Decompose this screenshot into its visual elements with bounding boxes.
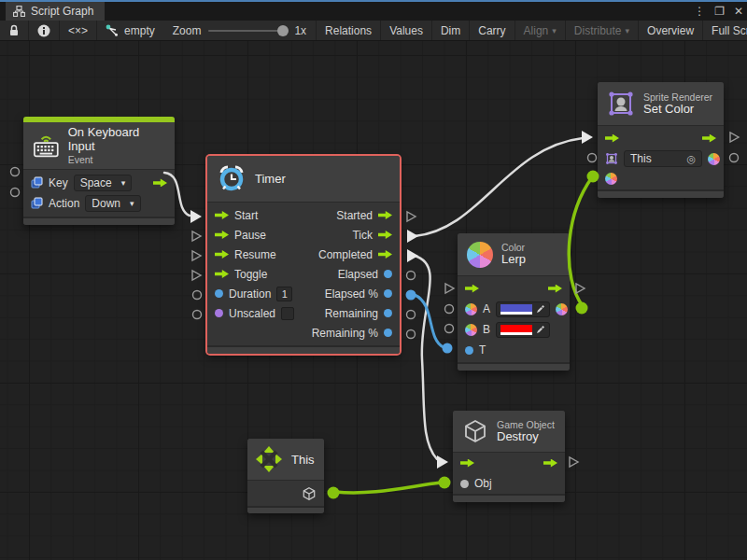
node-on-keyboard-input[interactable]: On Keyboard Input Event Key Space ▾ xyxy=(23,117,175,225)
resume-in-port[interactable] xyxy=(215,250,229,259)
flow-out-port[interactable] xyxy=(543,459,557,468)
toggle-in-port[interactable] xyxy=(215,270,229,278)
trigger-out-port[interactable] xyxy=(153,178,167,187)
port-label: Toggle xyxy=(234,268,267,281)
color-port-icon[interactable] xyxy=(465,303,477,315)
eyedropper-icon[interactable] xyxy=(536,304,545,314)
key-dropdown[interactable]: Space ▾ xyxy=(74,175,133,191)
flow-in-port[interactable] xyxy=(465,285,479,293)
t-port-label: T xyxy=(479,343,486,357)
node-title: Lerp xyxy=(501,253,526,267)
alarm-clock-icon xyxy=(217,164,247,194)
carry-button[interactable]: Carry xyxy=(470,21,514,40)
flow-in-port[interactable] xyxy=(605,134,619,143)
focus-indicator xyxy=(0,0,747,2)
keyboard-icon xyxy=(33,133,60,159)
color-out-port[interactable] xyxy=(708,153,720,165)
remaining-percent-out-port[interactable] xyxy=(384,329,392,337)
unscaled-in-port[interactable] xyxy=(215,309,223,317)
close-icon[interactable]: ✕ xyxy=(734,5,743,18)
chevron-down-icon: ▾ xyxy=(552,26,557,35)
pause-in-port[interactable] xyxy=(215,231,229,239)
chevron-down-icon: ▾ xyxy=(121,178,126,188)
result-out-port[interactable] xyxy=(556,303,568,315)
code-preview-button[interactable]: <×> xyxy=(60,21,97,40)
flow-out-port[interactable] xyxy=(548,285,562,293)
obj-in-port[interactable] xyxy=(460,480,469,488)
node-subtitle: Event xyxy=(68,154,165,165)
color-a-field[interactable] xyxy=(496,301,550,317)
zoom-slider-knob[interactable] xyxy=(277,25,289,36)
object-picker-icon[interactable]: ◎ xyxy=(686,153,696,165)
color-in-port[interactable] xyxy=(605,173,617,185)
t-in-port[interactable] xyxy=(465,346,473,355)
tick-out-port[interactable] xyxy=(378,231,392,239)
lock-icon xyxy=(8,24,20,36)
node-set-color[interactable]: Sprite Renderer Set Color This xyxy=(598,82,724,198)
duration-in-port[interactable] xyxy=(215,289,223,298)
obj-port-label: Obj xyxy=(474,477,492,490)
port-label: Unscaled xyxy=(229,307,275,320)
key-port-label: Key xyxy=(49,176,68,189)
empty-label: empty xyxy=(124,24,155,37)
duration-input[interactable] xyxy=(276,287,292,301)
dim-button[interactable]: Dim xyxy=(432,21,470,40)
node-footer xyxy=(23,217,175,225)
node-footer xyxy=(458,362,570,371)
b-port-label: B xyxy=(483,323,490,336)
completed-out-port[interactable] xyxy=(378,250,392,259)
sprite-renderer-port-icon[interactable] xyxy=(605,152,618,165)
zoom-label: Zoom xyxy=(173,24,202,37)
node-title: On Keyboard Input xyxy=(68,126,165,154)
graph-pointer-label[interactable]: empty xyxy=(97,21,163,40)
node-this[interactable]: This xyxy=(247,439,324,513)
node-footer xyxy=(247,506,324,513)
align-button[interactable]: Align▾ xyxy=(515,21,566,40)
action-dropdown[interactable]: Down ▾ xyxy=(85,195,140,212)
zoom-slider[interactable] xyxy=(208,30,287,32)
flow-in-port[interactable] xyxy=(460,459,474,468)
elapsed-out-port[interactable] xyxy=(384,270,392,278)
eyedropper-icon[interactable] xyxy=(536,325,545,334)
port-label: Pause xyxy=(234,229,266,242)
graph-icon xyxy=(13,6,25,17)
node-timer[interactable]: Timer Start Started Pause Tick Resume Co… xyxy=(207,156,400,354)
graph-toolbar: <×> empty Zoom 1x Relations Values Dim C… xyxy=(0,21,747,41)
zoom-value: 1x xyxy=(294,24,306,37)
script-graph-window: Script Graph ⋮ ❐ ✕ <×> xyxy=(0,0,747,560)
game-object-cube-icon xyxy=(462,418,488,444)
fullscreen-button[interactable]: Full Screen xyxy=(703,21,747,40)
unscaled-checkbox[interactable] xyxy=(281,307,294,320)
elapsed-percent-out-port[interactable] xyxy=(384,289,392,298)
target-object-field[interactable]: This ◎ xyxy=(624,150,702,167)
tab-script-graph[interactable]: Script Graph xyxy=(6,2,105,21)
node-category: Sprite Renderer xyxy=(643,91,712,103)
key-input-icon xyxy=(31,176,43,189)
distribute-button[interactable]: Distribute▾ xyxy=(566,21,639,40)
color-port-icon[interactable] xyxy=(465,324,477,336)
node-title: Set Color xyxy=(643,103,712,117)
relations-button[interactable]: Relations xyxy=(316,21,381,40)
color-b-field[interactable] xyxy=(496,322,550,338)
node-category: Game Object xyxy=(497,419,555,430)
key-input-icon xyxy=(31,197,43,209)
node-color-lerp[interactable]: Color Lerp A xyxy=(458,233,570,371)
game-object-out-port[interactable] xyxy=(302,486,317,501)
started-out-port[interactable] xyxy=(378,211,392,219)
node-title: Destroy xyxy=(497,430,555,444)
flow-out-port[interactable] xyxy=(702,134,716,143)
a-port-label: A xyxy=(483,302,490,315)
overview-button[interactable]: Overview xyxy=(639,21,703,40)
port-label: Start xyxy=(234,209,258,222)
window-menu-icon[interactable]: ⋮ xyxy=(694,5,705,18)
node-destroy[interactable]: Game Object Destroy Obj xyxy=(453,411,565,502)
values-button[interactable]: Values xyxy=(381,21,432,40)
remaining-out-port[interactable] xyxy=(384,309,392,317)
lock-button[interactable] xyxy=(0,21,29,40)
inspect-button[interactable] xyxy=(29,21,60,40)
maximize-icon[interactable]: ❐ xyxy=(714,5,725,18)
info-icon xyxy=(37,24,50,37)
port-label: Elapsed % xyxy=(325,287,378,301)
start-in-port[interactable] xyxy=(215,211,229,219)
this-self-icon xyxy=(255,445,283,473)
